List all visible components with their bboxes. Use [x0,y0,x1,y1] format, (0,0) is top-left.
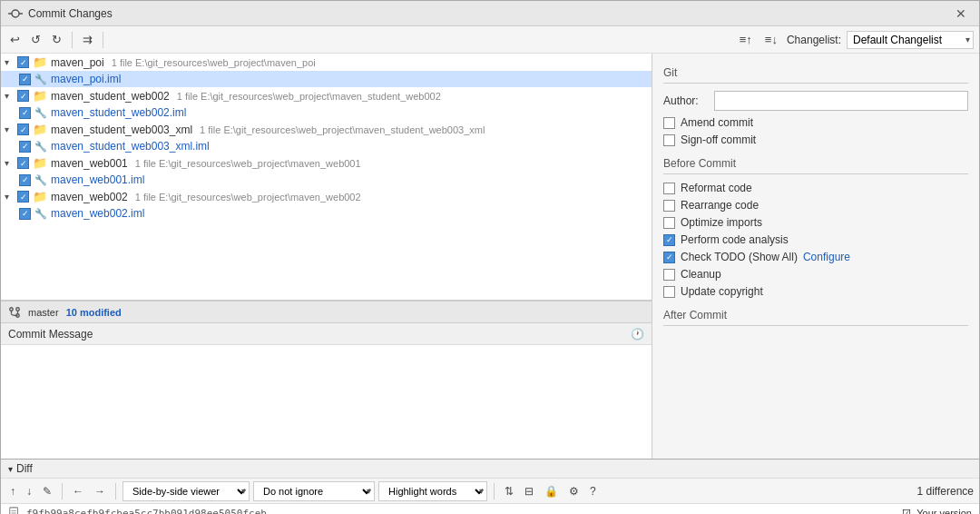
commit-message-section: Commit Message 🕐 [1,322,652,459]
difference-count: 1 difference [917,485,975,498]
iml-icon-maven-poi: 🔧 [34,74,47,85]
move-button[interactable]: ⇉ [79,31,96,48]
tree-group-maven-student-web003-xml[interactable]: ▾ ✓ 📁 maven_student_web003_xml 1 file E:… [1,121,652,138]
diff-down-btn[interactable]: ↓ [23,483,35,499]
diff-sep-2 [115,483,116,499]
arrow-maven-poi: ▾ [5,57,14,67]
arrow-maven-student-web003-xml: ▾ [5,124,14,134]
file-maven-web001-iml[interactable]: ✓ 🔧 maven_web001.iml [1,172,652,188]
tree-group-maven-student-web002[interactable]: ▾ ✓ 📁 maven_student_web002 1 file E:\git… [1,87,652,104]
git-section-title: Git [663,66,968,84]
filename-maven-poi-iml: maven_poi.iml [51,73,121,85]
cleanup-label: Cleanup [681,268,721,281]
diff-collapse-btn[interactable]: ⊟ [521,483,537,499]
diff-toolbar: ↑ ↓ ✎ ← → Side-by-side viewer Unified vi… [1,479,979,504]
check-maven-web002[interactable]: ✓ [17,191,29,203]
diff-file-icon [8,507,21,514]
folder-icon-maven-student-web003-xml: 📁 [33,123,47,136]
amend-commit-label: Amend commit [681,116,753,129]
diff-settings-btn[interactable]: ⚙ [565,483,583,499]
check-maven-student-web003-xml[interactable]: ✓ [17,124,29,135]
tree-group-maven-web002[interactable]: ▾ ✓ 📁 maven_web002 1 file E:\git_resourc… [1,188,652,205]
iml-icon-maven-web001: 🔧 [34,174,47,186]
check-todo-row: ✓ Check TODO (Show All) Configure [663,251,968,263]
diff-help-btn[interactable]: ? [586,483,600,499]
file-maven-student-web002-iml[interactable]: ✓ 🔧 maven_student_web002.iml [1,104,652,121]
group-name-maven-web002: maven_web002 [51,191,128,203]
check-maven-student-web003-xml-iml[interactable]: ✓ [19,141,31,153]
diff-right: 1 difference [917,485,975,498]
commit-message-input[interactable] [1,345,652,459]
check-maven-web002-iml[interactable]: ✓ [19,208,31,220]
sign-off-label: Sign-off commit [681,133,756,146]
diff-edit-btn[interactable]: ✎ [39,483,55,499]
before-commit-title: Before Commit [663,157,968,174]
reformat-code-checkbox[interactable] [663,183,675,194]
update-copyright-checkbox[interactable] [663,286,675,298]
branch-icon [8,306,21,319]
title-bar: Commit Changes ✕ [1,1,979,26]
check-maven-web001-iml[interactable]: ✓ [19,174,31,186]
file-tree[interactable]: ▾ ✓ 📁 maven_poi 1 file E:\git_resources\… [1,54,652,301]
group-name-maven-poi: maven_poi [51,56,104,69]
file-maven-poi-iml[interactable]: ✓ 🔧 maven_poi.iml [1,71,652,87]
sort1-button[interactable]: ≡↑ [736,31,756,48]
revert-button[interactable]: ↩ [6,31,24,48]
file-maven-web002-iml[interactable]: ✓ 🔧 maven_web002.iml [1,205,652,222]
cleanup-row: Cleanup [663,268,968,281]
check-maven-poi-iml[interactable]: ✓ [19,74,31,85]
title-bar-left: Commit Changes [8,6,113,21]
diff-back-btn[interactable]: ← [69,483,87,499]
diff-forward-btn[interactable]: → [91,483,109,499]
author-input[interactable] [714,91,968,111]
check-maven-web001[interactable]: ✓ [17,157,29,169]
diff-up-btn[interactable]: ↑ [6,483,19,499]
viewer-wrapper: Side-by-side viewer Unified viewer [122,481,250,501]
clock-icon[interactable]: 🕐 [631,328,644,341]
file-maven-student-web003-xml-iml[interactable]: ✓ 🔧 maven_student_web003_xml.iml [1,138,652,154]
update-copyright-label: Update copyright [681,285,763,298]
check-maven-student-web002-iml[interactable]: ✓ [19,107,31,119]
diff-sync-btn[interactable]: ⇅ [501,483,517,499]
dialog-title: Commit Changes [28,7,113,20]
author-row: Author: [663,91,968,111]
group-name-maven-web001: maven_web001 [51,157,128,170]
sign-off-checkbox[interactable] [663,134,675,146]
filename-maven-web001-iml: maven_web001.iml [51,173,144,186]
main-area: ▾ ✓ 📁 maven_poi 1 file E:\git_resources\… [1,54,979,459]
perform-code-analysis-checkbox[interactable]: ✓ [663,234,675,246]
status-bar: master 10 modified [1,301,652,322]
close-button[interactable]: ✕ [950,5,972,23]
diff-lock-btn[interactable]: 🔒 [541,483,562,499]
undo-button[interactable]: ↺ [27,31,44,48]
viewer-select[interactable]: Side-by-side viewer Unified viewer [122,481,250,501]
arrow-maven-web002: ▾ [5,192,14,202]
tree-group-maven-poi[interactable]: ▾ ✓ 📁 maven_poi 1 file E:\git_resources\… [1,54,652,71]
check-todo-label: Check TODO (Show All) [681,251,798,263]
refresh-button[interactable]: ↻ [48,31,65,48]
optimize-imports-checkbox[interactable] [663,217,675,229]
check-maven-poi[interactable]: ✓ [17,56,29,68]
optimize-imports-row: Optimize imports [663,216,968,229]
cleanup-checkbox[interactable] [663,269,675,281]
ignore-select[interactable]: Do not ignore Ignore whitespace [253,481,375,501]
highlight-select[interactable]: Highlight words Highlight lines No highl… [378,481,487,501]
changelist-select[interactable]: Default Changelist [847,31,974,49]
rearrange-code-checkbox[interactable] [663,200,675,212]
diff-label: Diff [16,462,33,475]
diff-hash: f9fb99a8cefb9fcbea5cc7bb091d98ee5050fceb [26,508,267,515]
tree-group-maven-web001[interactable]: ▾ ✓ 📁 maven_web001 1 file E:\git_resourc… [1,154,652,172]
svg-point-3 [10,307,14,311]
configure-link[interactable]: Configure [803,251,850,263]
commit-dialog: Commit Changes ✕ ↩ ↺ ↻ ⇉ ≡↑ ≡↓ Changelis… [0,0,980,514]
changelist-label: Changelist: [787,34,841,46]
check-todo-checkbox[interactable]: ✓ [663,252,675,263]
group-name-maven-student-web003-xml: maven_student_web003_xml [51,124,192,136]
filename-maven-student-web002-iml: maven_student_web002.iml [51,106,186,119]
amend-commit-checkbox[interactable] [663,117,675,129]
check-maven-student-web002[interactable]: ✓ [17,90,29,102]
folder-icon-maven-student-web002: 📁 [33,89,47,103]
diff-your-version: Your version [916,508,972,514]
sort2-button[interactable]: ≡↓ [761,31,781,48]
diff-sep-1 [62,483,63,499]
